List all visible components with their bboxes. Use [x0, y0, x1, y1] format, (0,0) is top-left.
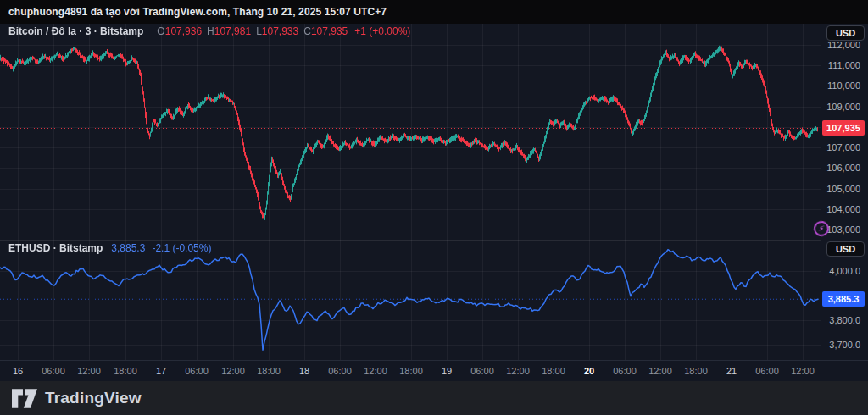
- time-tick-label: 12:00: [77, 366, 101, 376]
- eth-change: -2.1 (-0.05%): [152, 242, 211, 254]
- attribution-bar: chuphuong4891 đã tạo với TradingView.com…: [0, 0, 868, 24]
- price-axis[interactable]: USD USD 107,935 3,885.3 112,000111,00011…: [821, 24, 868, 360]
- time-tick-label: 18:00: [399, 366, 423, 376]
- btc-axis-label: 107,000: [826, 142, 860, 152]
- btc-axis-label: 105,000: [826, 184, 860, 194]
- eth-currency-button[interactable]: USD: [826, 241, 865, 257]
- time-tick-label: 16: [13, 366, 23, 376]
- time-tick-label: 17: [156, 366, 166, 376]
- time-tick-label: 06:00: [328, 366, 352, 376]
- time-tick-label: 18:00: [684, 366, 708, 376]
- open-value: 107,936: [165, 25, 202, 37]
- eth-symbol-title[interactable]: ETHUSD · Bitstamp: [8, 242, 103, 254]
- time-tick-label: 18:00: [114, 366, 137, 376]
- time-tick-label: 18: [299, 366, 309, 376]
- btc-axis-label: 109,000: [826, 102, 860, 112]
- btc-axis-label: 106,000: [826, 163, 860, 173]
- time-tick-label: 21: [726, 366, 737, 376]
- tradingview-brand-text: TradingView: [45, 389, 142, 407]
- time-tick-label: 12:00: [506, 366, 530, 376]
- time-tick-label: 06:00: [185, 366, 209, 376]
- low-label: L: [256, 25, 262, 37]
- btc-legend: Bitcoin / Đô la · 3 · BitstampO107,936H1…: [8, 25, 410, 37]
- btc-change: +1 (+0.00%): [354, 25, 410, 37]
- btc-currency-button[interactable]: USD: [826, 25, 865, 41]
- time-tick-label: 06:00: [42, 366, 65, 376]
- time-tick-label: 06:00: [470, 366, 494, 376]
- attribution-text: chuphuong4891 đã tạo với TradingView.com…: [8, 6, 387, 18]
- open-label: O: [157, 25, 164, 37]
- time-tick-label: 20: [584, 366, 594, 376]
- tradingview-logo-icon: [12, 389, 37, 408]
- eth-price-badge: 3,885.3: [822, 291, 865, 307]
- time-tick-label: 12:00: [648, 366, 672, 376]
- time-tick-label: 18:00: [542, 366, 565, 376]
- time-tick-label: 12:00: [791, 366, 815, 376]
- high-label: H: [207, 25, 214, 37]
- footer-bar: TradingView: [0, 381, 868, 415]
- eth-legend: ETHUSD · Bitstamp3,885.3-2.1 (-0.05%): [8, 242, 211, 254]
- btc-axis-label: 110,000: [827, 80, 860, 91]
- btc-axis-label: 111,000: [828, 60, 860, 70]
- time-tick-label: 06:00: [613, 366, 637, 376]
- eth-last-value: 3,885.3: [111, 242, 145, 254]
- btc-price-badge: 107,935: [822, 120, 865, 136]
- eth-axis-label: 4,000.0: [829, 266, 860, 276]
- btc-axis-label: 104,000: [826, 204, 860, 214]
- time-tick-label: 12:00: [364, 366, 387, 376]
- btc-axis-label: 103,000: [826, 224, 860, 235]
- eth-axis-label: 3,700.0: [829, 340, 860, 350]
- eth-axis-label: 3,800.0: [829, 315, 860, 325]
- chart-area: Bitcoin / Đô la · 3 · BitstampO107,936H1…: [0, 24, 868, 381]
- time-tick-label: 06:00: [755, 366, 779, 376]
- time-tick-label: 18:00: [257, 366, 281, 376]
- time-axis[interactable]: 1606:0012:0018:001706:0012:0018:001806:0…: [0, 360, 868, 381]
- time-tick-label: 12:00: [221, 366, 245, 376]
- btc-symbol-title[interactable]: Bitcoin / Đô la · 3 · Bitstamp: [8, 25, 143, 37]
- price-chart-canvas[interactable]: [0, 24, 821, 360]
- btc-axis-label: 112,000: [827, 40, 860, 50]
- time-tick-label: 19: [442, 366, 452, 376]
- low-value: 107,933: [262, 25, 298, 37]
- close-value: 107,935: [311, 25, 348, 37]
- close-label: C: [303, 25, 311, 37]
- tradingview-logo[interactable]: TradingView: [12, 389, 142, 408]
- high-value: 107,981: [214, 25, 251, 37]
